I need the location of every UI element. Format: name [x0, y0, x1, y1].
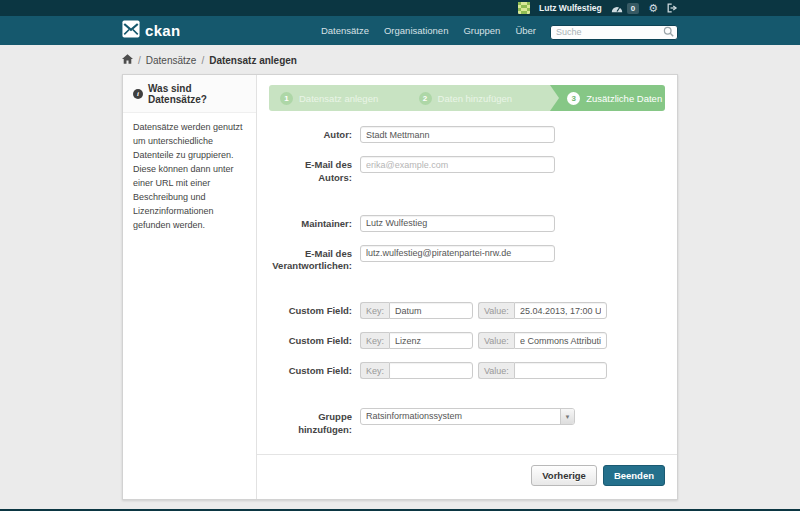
author-email-label: E-Mail des Autors: [269, 156, 352, 185]
masthead: ckan Datensätze Organisationen Gruppen Ü… [0, 16, 800, 45]
key-addon-label: Key: [360, 302, 389, 319]
info-icon: i [133, 89, 143, 99]
group-label: Gruppe hinzufügen: [269, 408, 352, 437]
sidebar-help-text: Datensätze werden genutzt um unterschied… [133, 121, 246, 233]
nav-item-datasets[interactable]: Datensätze [321, 25, 369, 36]
custom-key-input-2[interactable] [389, 332, 473, 349]
user-name: Lutz Wulfestieg [539, 3, 602, 13]
custom-field-row: Custom Field: Key: Value: [269, 362, 665, 379]
logout-icon [667, 0, 678, 17]
main-nav: Datensätze Organisationen Gruppen Über [321, 25, 536, 36]
breadcrumb-bar: / Datensätze / Datensatz anlegen [0, 45, 800, 74]
home-icon [122, 54, 133, 66]
author-row: Autor: [269, 126, 665, 143]
author-label: Autor: [269, 126, 352, 142]
key-addon-label: Key: [360, 332, 389, 349]
stage-label: Daten hinzufügen [438, 93, 512, 104]
search-box [550, 21, 678, 40]
search-icon[interactable] [663, 23, 674, 41]
custom-value-input-2[interactable] [514, 332, 607, 349]
stage-3-additional-data[interactable]: 3 Zusätzliche Daten [550, 85, 665, 111]
breadcrumb: / Datensätze / Datensatz anlegen [122, 54, 678, 66]
sidebar-heading-text: Was sind Datensätze? [148, 83, 246, 105]
logout-link[interactable] [667, 0, 678, 17]
content-card: i Was sind Datensätze? Datensätze werden… [122, 74, 678, 500]
nav-item-organizations[interactable]: Organisationen [384, 25, 448, 36]
group-row: Gruppe hinzufügen: Ratsinformationssyste… [269, 408, 665, 437]
maintainer-label: Maintainer: [269, 215, 352, 231]
breadcrumb-separator: / [201, 55, 204, 66]
form-main: 1 Datensatz anlegen 2 Daten hinzufügen 3… [257, 75, 677, 499]
key-group: Key: [360, 332, 473, 349]
maintainer-email-input[interactable] [360, 245, 555, 262]
previous-button[interactable]: Vorherige [531, 465, 597, 486]
ckan-logo[interactable]: ckan [122, 20, 180, 42]
custom-value-input-1[interactable] [514, 302, 607, 319]
author-input[interactable] [360, 126, 555, 143]
author-email-row: E-Mail des Autors: [269, 156, 665, 185]
form-actions: Vorherige Beenden [257, 454, 677, 499]
chevron-down-icon: ▼ [560, 409, 574, 424]
nav-item-groups[interactable]: Gruppen [463, 25, 500, 36]
breadcrumb-separator: / [138, 55, 141, 66]
custom-field-row: Custom Field: Key: Value: [269, 302, 665, 319]
help-sidebar: i Was sind Datensätze? Datensätze werden… [123, 75, 257, 499]
value-group: Value: [478, 362, 607, 379]
finish-button[interactable]: Beenden [603, 465, 665, 486]
content-area: i Was sind Datensätze? Datensätze werden… [122, 74, 678, 509]
ckan-envelope-icon [122, 20, 140, 42]
sidebar-heading: i Was sind Datensätze? [123, 75, 256, 113]
search-input[interactable] [550, 25, 678, 40]
wizard-stages: 1 Datensatz anlegen 2 Daten hinzufügen 3… [269, 85, 665, 111]
key-group: Key: [360, 362, 473, 379]
breadcrumb-current: Datensatz anlegen [209, 55, 297, 66]
user-profile-link[interactable]: Lutz Wulfestieg [539, 3, 602, 13]
value-group: Value: [478, 302, 607, 319]
home-link[interactable] [122, 54, 133, 66]
value-group: Value: [478, 332, 607, 349]
maintainer-email-label: E-Mail des Verantwortlichen: [269, 245, 352, 274]
stage-number: 2 [419, 92, 432, 105]
account-bar: Lutz Wulfestieg 0 ⚙ [0, 0, 800, 16]
group-select-value: Ratsinformationssystem [361, 409, 467, 424]
custom-field-label: Custom Field: [269, 332, 352, 348]
notifications-badge: 0 [627, 3, 639, 14]
custom-key-input-1[interactable] [389, 302, 473, 319]
group-select[interactable]: Ratsinformationssystem ▼ [360, 408, 575, 425]
value-addon-label: Value: [478, 332, 514, 349]
stage-label: Zusätzliche Daten [586, 93, 662, 104]
value-addon-label: Value: [478, 302, 514, 319]
value-addon-label: Value: [478, 362, 514, 379]
key-addon-label: Key: [360, 362, 389, 379]
maintainer-email-row: E-Mail des Verantwortlichen: [269, 245, 665, 274]
dashboard-link[interactable]: 0 [611, 0, 639, 17]
stage-2-add-data[interactable]: 2 Daten hinzufügen [408, 85, 551, 111]
nav-item-about[interactable]: Über [515, 25, 536, 36]
maintainer-input[interactable] [360, 215, 555, 232]
settings-link[interactable]: ⚙ [648, 3, 658, 14]
key-group: Key: [360, 302, 473, 319]
custom-field-label: Custom Field: [269, 362, 352, 378]
gear-icon: ⚙ [648, 3, 658, 14]
logo-text: ckan [145, 22, 180, 39]
author-email-input[interactable] [360, 156, 555, 173]
stage-label: Datensatz anlegen [299, 93, 378, 104]
custom-key-input-3[interactable] [389, 362, 473, 379]
custom-field-label: Custom Field: [269, 302, 352, 318]
avatar [518, 2, 530, 14]
stage-1-create-dataset[interactable]: 1 Datensatz anlegen [269, 85, 408, 111]
custom-value-input-3[interactable] [514, 362, 607, 379]
custom-field-row: Custom Field: Key: Value: [269, 332, 665, 349]
stage-number: 1 [280, 92, 293, 105]
maintainer-row: Maintainer: [269, 215, 665, 232]
dashboard-gauge-icon [611, 0, 623, 17]
stage-number: 3 [567, 92, 580, 105]
breadcrumb-link-datasets[interactable]: Datensätze [146, 55, 197, 66]
